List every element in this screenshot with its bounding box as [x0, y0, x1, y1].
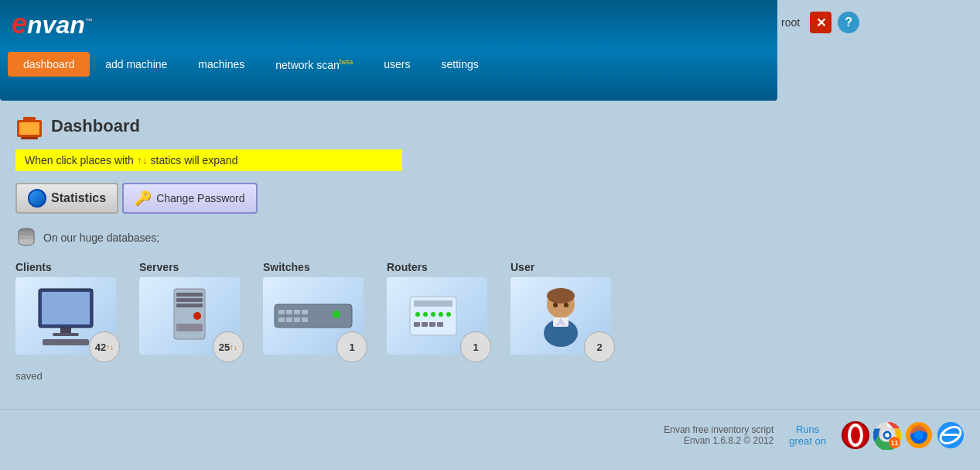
svg-rect-17	[278, 310, 285, 314]
svg-rect-24	[302, 317, 308, 322]
db-info: On our huge databases;	[15, 225, 965, 249]
servers-label: Servers	[139, 261, 179, 273]
routers-label: Routers	[387, 261, 428, 273]
svg-rect-34	[422, 322, 428, 327]
main-content: Dashboard When click places with ↑↓ stat…	[0, 101, 980, 393]
svg-point-40	[553, 303, 558, 307]
stat-card-servers: Servers 25 ↑↓	[139, 261, 240, 355]
footer-runs: Runsgreat on	[789, 424, 826, 447]
clients-icon	[31, 285, 101, 347]
svg-point-49	[885, 433, 890, 437]
svg-rect-2	[23, 117, 36, 122]
header-bar: envan™ dashboard add machine machines ne…	[0, 0, 777, 101]
stats-row: Clients 42 ↑↓ Servers	[15, 261, 965, 355]
clients-label: Clients	[15, 261, 52, 273]
nav-bar: dashboard add machine machines network s…	[0, 52, 777, 77]
page-title: Dashboard	[51, 116, 140, 136]
svg-text:11: 11	[891, 439, 899, 447]
svg-rect-18	[286, 310, 292, 314]
svg-rect-12	[176, 298, 203, 302]
svg-point-25	[333, 310, 340, 318]
user-stat-label: User	[510, 261, 534, 273]
nav-users[interactable]: users	[368, 52, 425, 77]
stat-card-switches: Switches 1	[263, 261, 364, 355]
browser-icons: 11	[842, 421, 965, 449]
globe-icon	[28, 189, 46, 208]
switches-label: Switches	[263, 261, 310, 273]
svg-rect-20	[302, 310, 308, 314]
saved-text: saved	[15, 370, 965, 382]
svg-rect-33	[414, 322, 420, 327]
opera-icon	[842, 421, 869, 449]
user-icon	[526, 285, 596, 347]
svg-rect-8	[53, 333, 79, 336]
dashboard-icon	[15, 112, 43, 140]
statistics-button[interactable]: Statistics	[15, 183, 118, 214]
svg-rect-15	[176, 324, 203, 331]
logo-area: envan™	[0, 0, 777, 48]
db-info-text: On our huge databases;	[43, 232, 159, 244]
svg-rect-19	[294, 310, 300, 314]
svg-point-30	[431, 312, 435, 317]
ie-icon	[937, 421, 965, 449]
servers-badge: 25 ↑↓	[213, 331, 244, 362]
stat-card-routers: Routers	[387, 261, 487, 355]
key-icon: 🔑	[135, 190, 152, 207]
svg-rect-16	[275, 304, 352, 328]
logo: envan™	[12, 8, 93, 40]
footer-script-info: Envan free inventory script Envan 1.6.8.…	[664, 424, 773, 446]
routers-badge: 1	[460, 331, 491, 362]
nav-network-scan[interactable]: network scanbeta	[260, 52, 368, 77]
nav-settings[interactable]: settings	[426, 52, 494, 77]
routers-image: 1	[387, 277, 487, 355]
clients-image: 42 ↑↓	[15, 277, 116, 355]
chrome-icon: 11	[873, 421, 901, 449]
user-image: 2	[510, 277, 611, 355]
svg-point-54	[914, 431, 924, 440]
nav-machines[interactable]: machines	[183, 52, 260, 77]
top-right-controls: root ✕ ?	[781, 12, 859, 33]
nav-add-machine[interactable]: add machine	[90, 52, 183, 77]
svg-rect-1	[19, 122, 39, 135]
svg-rect-35	[429, 322, 435, 327]
svg-rect-23	[294, 317, 300, 322]
tip-arrows: ↑↓	[137, 154, 148, 166]
clients-badge: 42 ↑↓	[89, 331, 120, 362]
svg-point-29	[423, 312, 428, 317]
svg-point-28	[415, 312, 420, 317]
db-icon	[15, 225, 37, 249]
svg-rect-36	[437, 322, 443, 327]
help-button[interactable]: ?	[838, 12, 859, 33]
svg-rect-57	[943, 434, 958, 436]
svg-rect-22	[286, 317, 292, 322]
svg-rect-6	[42, 292, 90, 324]
servers-image: 25 ↑↓	[139, 277, 240, 355]
nav-dashboard[interactable]: dashboard	[8, 52, 90, 77]
close-button[interactable]: ✕	[810, 12, 831, 33]
svg-point-41	[564, 303, 569, 307]
svg-rect-3	[21, 137, 38, 139]
footer: Envan free inventory script Envan 1.6.8.…	[0, 409, 980, 461]
switches-image: 1	[263, 277, 364, 355]
svg-rect-7	[60, 328, 71, 334]
action-buttons: Statistics 🔑 Change Password	[15, 183, 965, 214]
svg-rect-13	[176, 304, 203, 307]
stat-card-user: User 2	[510, 261, 611, 355]
svg-rect-21	[278, 317, 285, 322]
svg-point-31	[439, 312, 443, 317]
tip-bar: When click places with ↑↓ statics will e…	[15, 149, 402, 171]
svg-point-32	[446, 312, 451, 317]
svg-rect-9	[43, 339, 89, 345]
user-badge: 2	[584, 331, 615, 362]
user-label: root	[781, 16, 800, 29]
firefox-icon	[905, 421, 933, 449]
page-title-area: Dashboard	[15, 112, 965, 140]
servers-icon	[155, 285, 224, 347]
svg-rect-27	[414, 300, 452, 307]
change-password-button[interactable]: 🔑 Change Password	[122, 183, 257, 214]
stat-card-clients: Clients 42 ↑↓	[15, 261, 116, 355]
svg-rect-11	[176, 293, 203, 297]
svg-point-14	[193, 312, 201, 320]
switches-badge: 1	[336, 331, 367, 362]
svg-point-38	[547, 288, 575, 304]
